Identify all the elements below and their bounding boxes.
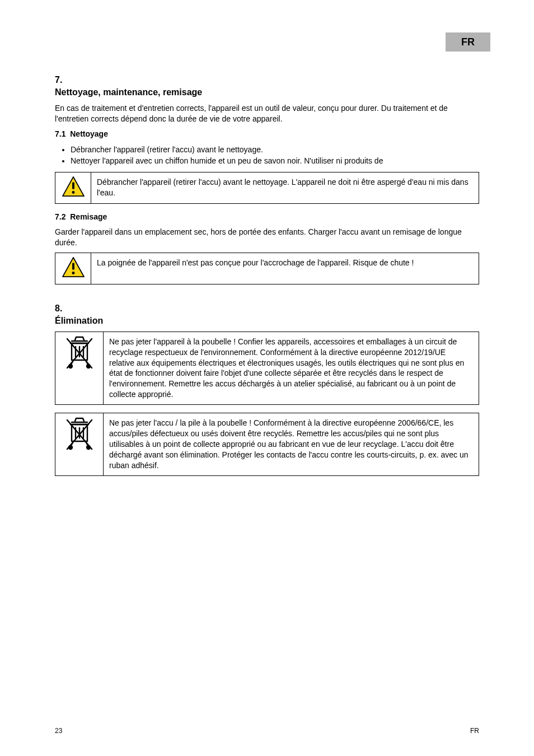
cleaning-bullet-1: Débrancher l'appareil (retirer l'accu) a…: [71, 144, 479, 155]
cleaning-warning-box: Débrancher l'appareil (retirer l'accu) a…: [55, 172, 479, 204]
warning-icon-cell: [55, 172, 91, 204]
weee-bin-icon: [64, 417, 95, 452]
subsection-7-1-number: 7.1: [55, 129, 65, 138]
section-8-title: Élimination: [55, 316, 479, 326]
disposal-device-text: Ne pas jeter l'appareil à la poubelle ! …: [104, 332, 479, 404]
section-7-intro: En cas de traitement et d'entretien corr…: [55, 103, 479, 124]
svg-point-2: [72, 191, 74, 194]
subsection-7-2-number: 7.2: [55, 212, 65, 221]
section-7-number: 7.: [55, 75, 479, 85]
page-footer: 23 FR: [55, 727, 479, 735]
section-7-title: Nettoyage, maintenance, remisage: [55, 87, 479, 97]
weee-bin-icon: [64, 335, 95, 371]
language-tab: FR: [446, 32, 490, 52]
storage-paragraph: Garder l'appareil dans un emplacement se…: [55, 227, 479, 248]
footer-language: FR: [470, 727, 479, 735]
subsection-7-2-title: Remisage: [70, 212, 107, 221]
disposal-box-battery: Ne pas jeter l'accu / la pile à la poube…: [55, 413, 479, 475]
warning-triangle-icon: [62, 256, 85, 278]
svg-point-5: [72, 272, 74, 274]
cleaning-bullet-list: Débrancher l'appareil (retirer l'accu) a…: [71, 144, 479, 167]
language-code: FR: [461, 36, 475, 48]
cleaning-bullet-2: Nettoyer l'appareil avec un chiffon humi…: [71, 155, 479, 166]
warning-triangle-icon: [62, 176, 85, 197]
subsection-7-2-heading: 7.2 Remisage: [55, 212, 479, 222]
warning-icon-cell-2: [55, 253, 91, 284]
storage-warning-box: La poignée de l'appareil n'est pas conçu…: [55, 253, 479, 284]
storage-warning-text: La poignée de l'appareil n'est pas conçu…: [91, 253, 479, 284]
subsection-7-1-title: Nettoyage: [70, 129, 108, 138]
subsection-7-1-heading: 7.1 Nettoyage: [55, 129, 479, 139]
weee-icon-cell-1: [55, 332, 104, 404]
weee-icon-cell-2: [55, 413, 104, 475]
svg-rect-4: [72, 263, 74, 269]
disposal-battery-text: Ne pas jeter l'accu / la pile à la poube…: [104, 413, 479, 475]
page-number: 23: [55, 727, 62, 735]
section-8-number: 8.: [55, 304, 479, 314]
disposal-box-device: Ne pas jeter l'appareil à la poubelle ! …: [55, 332, 479, 405]
svg-rect-1: [72, 183, 74, 189]
cleaning-warning-text: Débrancher l'appareil (retirer l'accu) a…: [91, 172, 479, 204]
